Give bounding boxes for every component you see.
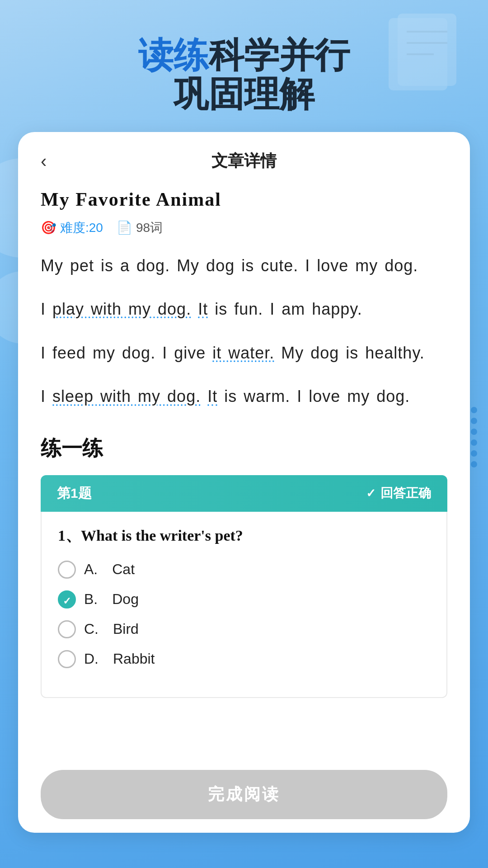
words-label: 98词 xyxy=(136,219,163,236)
header-blue-text: 读练 xyxy=(138,35,209,75)
difficulty-label: 难度:20 xyxy=(60,219,103,236)
header-dark-text: 科学并行 xyxy=(209,35,350,75)
option-c-label: C. Bird xyxy=(84,619,139,639)
book-decoration xyxy=(380,9,470,90)
option-d[interactable]: D. Rabbit xyxy=(58,649,430,669)
correct-label: 回答正确 xyxy=(380,485,431,502)
radio-a[interactable] xyxy=(58,561,76,579)
paragraph-1: My pet is a dog. My dog is cute. I love … xyxy=(41,251,447,281)
question-body: 1、What is the writer's pet? A. Cat ✓ B. … xyxy=(41,512,447,698)
top-bar: ‹ 文章详情 xyxy=(41,150,447,172)
back-button[interactable]: ‹ xyxy=(41,151,47,171)
meta-row: 🎯 难度:20 📄 98词 xyxy=(41,219,447,236)
question-number: 第1题 xyxy=(57,484,92,503)
page-title: 文章详情 xyxy=(211,150,277,172)
words-badge: 📄 98词 xyxy=(117,219,163,236)
difficulty-icon: 🎯 xyxy=(41,220,56,235)
paragraph-3: I feed my dog. I give it water. My dog i… xyxy=(41,338,447,368)
paragraph-2: I play with my dog. It is fun. I am happ… xyxy=(41,294,447,325)
correct-badge: ✓ 回答正确 xyxy=(366,485,431,502)
option-a[interactable]: A. Cat xyxy=(58,560,430,580)
check-icon: ✓ xyxy=(366,486,376,500)
paragraph-4: I sleep with my dog. It is warm. I love … xyxy=(41,382,447,412)
svg-rect-1 xyxy=(398,14,456,86)
option-d-label: D. Rabbit xyxy=(84,649,155,669)
question-text: 1、What is the writer's pet? xyxy=(58,525,430,546)
difficulty-badge: 🎯 难度:20 xyxy=(41,219,103,236)
words-icon: 📄 xyxy=(117,220,132,235)
practice-title: 练一练 xyxy=(41,434,447,462)
complete-button[interactable]: 完成阅读 xyxy=(41,770,447,819)
radio-d[interactable] xyxy=(58,650,76,668)
radio-c[interactable] xyxy=(58,620,76,638)
article-body: My pet is a dog. My dog is cute. I love … xyxy=(41,251,447,412)
option-a-label: A. Cat xyxy=(84,560,135,580)
question-header: 第1题 ✓ 回答正确 xyxy=(41,475,447,512)
option-c[interactable]: C. Bird xyxy=(58,619,430,639)
option-b-label: B. Dog xyxy=(84,590,139,609)
article-title: My Favorite Animal xyxy=(41,189,447,210)
radio-b-checkmark: ✓ xyxy=(63,595,71,604)
practice-section: 练一练 第1题 ✓ 回答正确 1、What is the writer's pe… xyxy=(41,434,447,698)
article-card: ‹ 文章详情 My Favorite Animal 🎯 难度:20 📄 98词 … xyxy=(18,132,470,833)
option-b[interactable]: ✓ B. Dog xyxy=(58,590,430,609)
radio-b[interactable]: ✓ xyxy=(58,590,76,609)
